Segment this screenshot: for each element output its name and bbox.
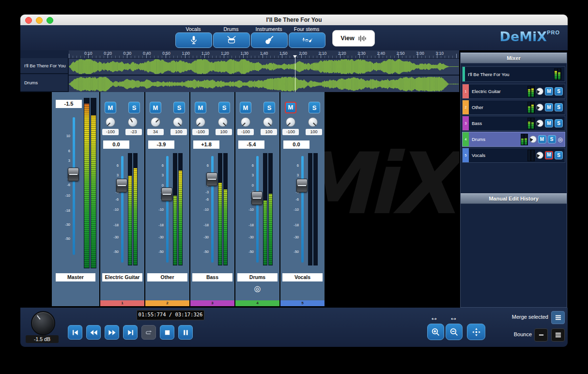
width-knob[interactable] [263,117,273,127]
mute-button[interactable]: M [105,102,116,113]
locate-playhead-button[interactable] [467,324,485,340]
instruments-stem-button[interactable] [251,32,288,48]
gain-display[interactable]: 0.0 [283,140,309,149]
track-mute-button[interactable]: M [545,87,553,95]
four-stems-button[interactable] [289,32,325,48]
logo-text: DeMiX [499,29,547,44]
knob-pointer-icon [130,119,133,123]
fader-track[interactable] [256,156,259,263]
solo-button[interactable]: S [218,102,230,113]
width-knob[interactable] [173,117,183,127]
sidebar-track-vocals[interactable]: 5VocalsMS [462,148,565,163]
track-pan-knob[interactable] [536,104,543,111]
track-solo-button[interactable]: S [555,87,563,95]
solo-button[interactable]: S [173,102,185,113]
mute-button[interactable]: M [285,102,296,113]
width-knob[interactable] [308,117,318,127]
track-mute-button[interactable]: M [545,119,553,127]
fader-handle[interactable] [251,191,263,205]
pan-knob[interactable] [196,117,205,127]
track-label-drums[interactable]: Drums [20,74,69,92]
fader-scale-label: 3 [235,173,254,177]
pan-knob[interactable] [151,117,160,127]
zoom-out-button[interactable] [446,324,463,340]
waveform-track-drums[interactable] [69,76,459,94]
vocals-stem-button[interactable] [175,32,212,48]
ruler-time-label: 2:20 [338,51,346,56]
master-fader-handle[interactable] [68,168,79,181]
gain-display[interactable]: +1.8 [193,140,219,149]
solo-button[interactable]: S [309,102,320,113]
knob-pointer-icon [242,123,246,126]
track-solo-button[interactable]: S [548,135,556,143]
fader-track[interactable] [301,156,304,263]
stop-button[interactable] [160,325,174,340]
record-icon[interactable]: ◎ [235,284,279,293]
fast-forward-icon [108,329,116,336]
drums-stem-button[interactable] [213,32,250,48]
sidebar-track-drums[interactable]: 4DrumsMS◎ [462,132,565,147]
skip-to-start-button[interactable] [68,325,82,340]
record-icon[interactable]: ◎ [558,136,563,143]
gain-display[interactable]: -3.9 [148,140,174,149]
playhead[interactable] [295,55,295,92]
zoom-in-button[interactable] [427,324,444,340]
gain-display[interactable]: 0.0 [103,140,129,149]
view-button[interactable]: View [332,30,375,47]
gain-display[interactable]: -5.4 [238,140,264,149]
track-pan-knob[interactable] [536,120,543,127]
bounce-options-button[interactable] [551,328,565,342]
sidebar-track-master[interactable]: I'll Be There For You [462,66,565,82]
mute-button[interactable]: M [150,102,161,113]
master-fader-track[interactable] [73,117,75,255]
fader-track[interactable] [211,156,214,263]
width-knob[interactable] [218,117,228,127]
fader-scale-label: -18 [52,208,70,212]
pan-knob[interactable] [106,117,115,127]
pause-button[interactable] [178,325,193,340]
output-volume-knob[interactable] [31,311,55,335]
mute-button[interactable]: M [195,102,206,113]
sidebar-track-electric-guitar[interactable]: 1Electric GuitarMS [462,84,565,99]
channel-meter [263,153,273,265]
fast-forward-button[interactable] [105,325,119,340]
merge-options-button[interactable] [551,311,565,324]
width-knob[interactable] [128,117,138,127]
bounce-remove-button[interactable] [534,328,548,342]
waveform-track-song[interactable] [69,59,459,76]
track-pan-knob[interactable] [529,136,537,143]
titlebar: I'll Be There For You [20,15,568,25]
fader-scale-label: -30 [52,222,70,226]
track-pan-knob[interactable] [536,88,543,95]
fader-scale-label: -30 [100,235,119,239]
track-label-song[interactable]: I'll Be There For You [20,58,69,74]
meter-off [269,154,272,194]
fader-track[interactable] [121,156,124,263]
track-solo-button[interactable]: S [555,151,563,159]
fader-handle[interactable] [206,172,217,186]
mute-button[interactable]: M [240,102,251,113]
track-solo-button[interactable]: S [555,103,563,111]
loop-button[interactable] [141,325,156,340]
fader-track[interactable] [166,156,169,263]
track-list: I'll Be There For You 1Electric GuitarMS… [461,63,567,193]
fader-handle[interactable] [296,179,308,192]
track-pan-knob[interactable] [536,152,543,159]
track-mute-button[interactable]: M [545,103,553,111]
fader-handle[interactable] [116,179,127,192]
sidebar-track-other[interactable]: 2OtherMS [462,100,565,115]
rewind-button[interactable] [86,325,101,340]
track-mute-button[interactable]: M [545,151,553,159]
solo-button[interactable]: S [263,102,275,113]
solo-button[interactable]: S [128,102,140,113]
master-gain-display[interactable]: -1.5 [56,100,82,108]
pan-knob[interactable] [286,117,295,127]
pan-knob[interactable] [241,117,250,127]
track-solo-button[interactable]: S [555,119,563,127]
skip-to-end-button[interactable] [123,325,138,340]
time-ruler[interactable]: 0:100:200:300:400:501:001:101:201:301:40… [69,50,459,59]
track-mute-button[interactable]: M [538,135,546,143]
sidebar-track-bass[interactable]: 3BassMS [462,116,565,131]
channel-meter-bar-0 [263,153,267,265]
fader-handle[interactable] [161,187,172,201]
